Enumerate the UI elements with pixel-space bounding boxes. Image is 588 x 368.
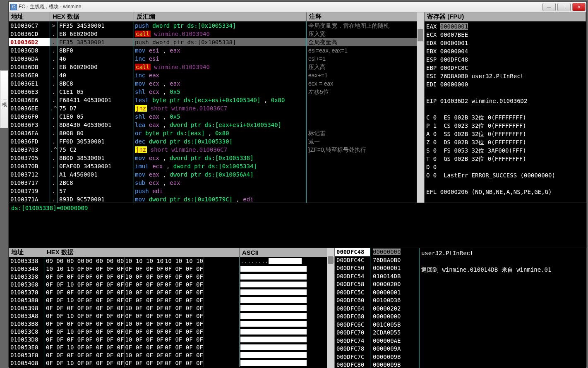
register-line[interactable]: EDX 00000001 xyxy=(426,39,584,47)
dump-row[interactable]: 010053F80F 0F 0F 0F0F 0F 0F 0F10 0F 0F 0… xyxy=(9,351,334,359)
dump-row[interactable]: 010053680F 0F 10 0F0F 0F 0F 0F0F 0F 0F 0… xyxy=(9,281,334,289)
disasm-row[interactable]: 010036FD.FF0D 30530001dec dword ptr ds:[… xyxy=(9,137,424,146)
stack-addr: 000DFC60 xyxy=(335,296,370,305)
window-titlebar[interactable]: C FC - 主线程 , 模块 - winmine — □ ✕ xyxy=(9,2,586,12)
disasm-comment xyxy=(307,195,424,203)
disasm-row[interactable]: 010036FA.8008 80or byte ptr ds:[eax] , 0… xyxy=(9,129,424,137)
stack-row[interactable]: 000DFC702CDA0D55 xyxy=(335,329,419,337)
disasm-row[interactable]: 010036CD.E8 6E020000call winmine.0100394… xyxy=(9,30,424,38)
register-line[interactable]: O 0 LastErr ERROR_SUCCESS (00000000) xyxy=(426,171,584,179)
stack-row[interactable]: 000DFC4C76D8A0B0 xyxy=(335,256,419,265)
register-line[interactable] xyxy=(426,105,584,113)
disasm-row[interactable]: 010036C7>FF35 34530001push dword ptr ds:… xyxy=(9,22,424,30)
disasm-row[interactable]: 010036DB.E8 60020000call winmine.0100394… xyxy=(9,63,424,71)
disasm-row[interactable]: 010036DA.46inc esiesi+=1 xyxy=(9,55,424,63)
stack-row[interactable]: 000DFC54010014DB xyxy=(335,272,419,281)
dump-row[interactable]: 010053C80F 0F 10 0F0F 0F 0F 0F0F 0F 0F 0… xyxy=(9,328,334,336)
stack-row[interactable]: 000DFC6C001C005B xyxy=(335,321,419,329)
dump-row[interactable]: 010053580F 0F 0F 0F0F 0F 0F 0F10 0F 0F 0… xyxy=(9,273,334,281)
disasm-hex: E8 6E020000 xyxy=(58,30,134,38)
stack-row[interactable]: 000DFC5000000001 xyxy=(335,264,419,272)
stack-row[interactable]: 000DFC6800000000 xyxy=(335,313,419,321)
register-line[interactable]: P 1 CS 0023 32位 0(FFFFFFFF) xyxy=(426,122,584,130)
dump-col-ascii[interactable]: ASCII xyxy=(240,248,334,257)
register-line[interactable] xyxy=(426,88,584,97)
disasm-row[interactable]: 01003705.8B0D 38530001mov ecx , dword pt… xyxy=(9,154,424,162)
stack-comment-pane[interactable]: user32.PtInRect 返回到 winmine.010014DB 来自 … xyxy=(420,248,586,368)
register-line[interactable]: EFL 00000206 (NO,NB,NE,A,NS,PE,GE,G) xyxy=(426,188,584,196)
stack-row[interactable]: 000DFC74000000AE xyxy=(335,337,419,345)
register-line[interactable]: D 0 xyxy=(426,163,584,171)
stack-row[interactable]: 000DFC4800000000 xyxy=(335,248,419,256)
register-line[interactable]: Z 0 DS 002B 32位 0(FFFFFFFF) xyxy=(426,138,584,146)
dump-row[interactable]: 010053980F 0F 0F 0F0F 0F 0F 0F10 0F 0F 0… xyxy=(9,304,334,312)
dump-row[interactable]: 010053A80F 0F 10 0F0F 0F 0F 0F0F 0F 0F 0… xyxy=(9,312,334,320)
disassembly-pane[interactable]: 地址 HEX 数据 反汇编 注释 010036C7>FF35 34530001p… xyxy=(9,12,425,203)
dump-row[interactable]: 010053780F 0F 0F 0F0F 0F 0F 0F10 0F 0F 0… xyxy=(9,289,334,296)
disasm-row[interactable]: 010036F0.C1E0 05shl eax , 0x5 xyxy=(9,112,424,121)
disasm-row[interactable]: 01003717.2BC8sub ecx , eax xyxy=(9,179,424,187)
disasm-row[interactable]: 010036EE.^75 D7jnz short winmine.010036C… xyxy=(9,104,424,112)
stack-row[interactable]: 000DFC6400000202 xyxy=(335,305,419,313)
registers-pane[interactable]: 寄存器 (FPU) EAX 00000001ECX 00007BEEEDX 00… xyxy=(425,12,586,203)
dump-col-addr[interactable]: 地址 xyxy=(9,248,44,257)
stack-row[interactable]: 000DFC780000009A xyxy=(335,345,419,353)
disasm-row[interactable]: 010036D2.FF35 38530001push dword ptr ds:… xyxy=(9,38,424,46)
disasm-row[interactable]: 0100371A.893D 9C570001mov dword ptr ds:[… xyxy=(9,195,424,203)
stack-row[interactable]: 000DFC5C00000001 xyxy=(335,289,419,297)
col-disasm[interactable]: 反汇编 xyxy=(134,12,307,21)
col-address[interactable]: 地址 xyxy=(9,12,50,21)
register-line[interactable]: EBX 00000004 xyxy=(426,47,584,55)
stack-row[interactable]: 000DFC5800000200 xyxy=(335,280,419,289)
register-line[interactable]: ECX 00007BEE xyxy=(426,31,584,39)
register-line[interactable]: C 0 ES 002B 32位 0(FFFFFFFF) xyxy=(426,113,584,122)
col-comment[interactable]: 注释 xyxy=(307,12,424,21)
disasm-row[interactable]: 010036E3.C1E1 05shl ecx , 0x5左移5位 xyxy=(9,88,424,96)
register-line[interactable]: EAX 00000001 xyxy=(426,22,584,31)
register-line[interactable]: A 0 SS 002B 32位 0(FFFFFFFF) xyxy=(426,130,584,138)
minimize-button[interactable]: — xyxy=(542,3,556,11)
register-line[interactable]: T 0 GS 002B 32位 0(FFFFFFFF) xyxy=(426,155,584,163)
disasm-row[interactable]: 01003712.A1 A4560001mov eax , dword ptr … xyxy=(9,170,424,179)
disasm-row[interactable]: 010036E0.40inc eaxeax+=1 xyxy=(9,71,424,79)
disasm-scrollbar[interactable] xyxy=(417,12,424,203)
dump-scrollbar[interactable] xyxy=(327,248,334,368)
register-line[interactable]: S 0 FS 0053 32位 3AF000(FFF) xyxy=(426,146,584,155)
register-line[interactable]: EDI 00000000 xyxy=(426,80,584,88)
register-line[interactable] xyxy=(426,179,584,188)
disasm-hex: 57 xyxy=(58,187,134,195)
col-hex[interactable]: HEX 数据 xyxy=(50,12,134,21)
disasm-row[interactable]: 01003703.^75 C2jnz short winmine.010036C… xyxy=(9,146,424,154)
dump-pane[interactable]: 地址 HEX 数据 ASCII 0100533809 00 00 0000 00… xyxy=(9,248,335,368)
disasm-row[interactable]: 010036F3.8D8430 40530001lea eax , dword … xyxy=(9,121,424,129)
disasm-row[interactable]: 010036D8.8BF0mov esi , eaxesi=eax, eax=1 xyxy=(9,46,424,55)
stack-value: 00100D36 xyxy=(370,296,419,305)
dump-row[interactable]: 0100534810 10 10 0F0F 0F 0F 0F0F 0F 0F 0… xyxy=(9,265,334,273)
stack-row[interactable]: 000DFC800000009B xyxy=(335,361,419,368)
register-line[interactable]: EBP 000DFC8C xyxy=(426,64,584,72)
disasm-marker: . xyxy=(50,55,58,63)
dump-row[interactable]: 010053880F 0F 10 0F0F 0F 0F 0F0F 0F 0F 0… xyxy=(9,296,334,304)
register-line[interactable] xyxy=(426,196,584,203)
dump-row[interactable]: 0100533809 00 00 0000 00 00 0010 10 10 1… xyxy=(9,257,334,265)
disasm-row[interactable]: 01003719.57push edi xyxy=(9,187,424,195)
disasm-row[interactable]: 010036E1.8BC8mov ecx , eaxecx = eax xyxy=(9,79,424,88)
dump-row[interactable]: 010054080F 0F 10 0F0F 0F 0F 0F0F 0F 0F 0… xyxy=(9,359,334,367)
close-button[interactable]: ✕ xyxy=(572,3,586,11)
dump-col-hex[interactable]: HEX 数据 xyxy=(44,248,240,257)
dump-hex: 0F 0F 0F 0F0F 0F 0F 0F10 0F 0F 0F0F 0F 0… xyxy=(44,289,240,296)
register-line[interactable]: EIP 010036D2 winmine.010036D2 xyxy=(426,97,584,105)
maximize-button[interactable]: □ xyxy=(557,3,571,11)
dump-row[interactable]: 010053B80F 0F 0F 0F0F 0F 0F 0F10 0F 0F 0… xyxy=(9,320,334,328)
dump-row[interactable]: 010053E80F 0F 10 0F0F 0F 0F 0F0F 0F 0F 0… xyxy=(9,344,334,351)
disasm-marker: . xyxy=(50,154,58,162)
dump-row[interactable]: 010053D80F 0F 0F 0F0F 0F 0F 0F10 0F 0F 0… xyxy=(9,336,334,344)
stack-row[interactable]: 000DFC6000100D36 xyxy=(335,296,419,305)
disasm-asm: shl ecx , 0x5 xyxy=(134,88,307,96)
register-line[interactable]: ESP 000DFC48 xyxy=(426,55,584,64)
stack-row[interactable]: 000DFC7C0000009B xyxy=(335,353,419,361)
register-line[interactable]: ESI 76D8A0B0 user32.PtInRect xyxy=(426,72,584,80)
stack-pane[interactable]: 000DFC4800000000000DFC4C76D8A0B0000DFC50… xyxy=(335,248,420,368)
disasm-row[interactable]: 010036E6.F68431 40530001test byte ptr ds… xyxy=(9,96,424,104)
disasm-row[interactable]: 0100370B.0FAF0D 34530001imul ecx , dword… xyxy=(9,162,424,170)
